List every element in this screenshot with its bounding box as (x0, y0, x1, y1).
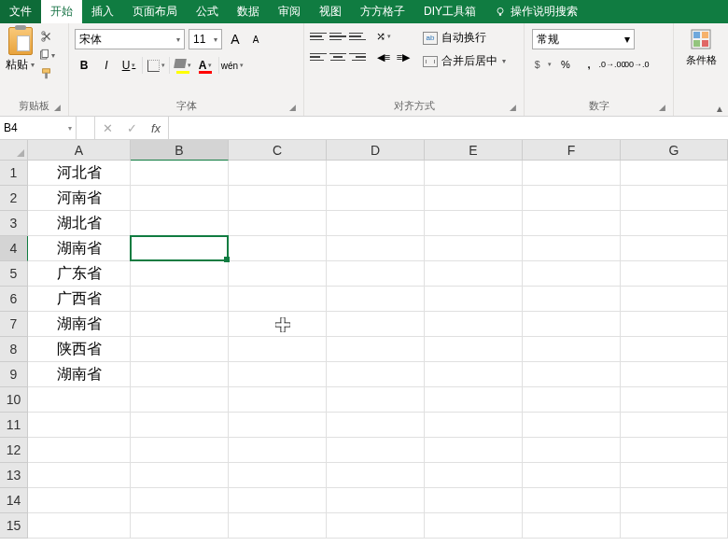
font-name-combo[interactable]: 宋体▾ (75, 29, 185, 49)
cell-C15[interactable] (229, 513, 327, 539)
formula-input[interactable] (169, 117, 728, 139)
row-header-7[interactable]: 7 (0, 312, 28, 337)
cell-D6[interactable] (327, 287, 425, 312)
wrap-text-button[interactable]: ab自动换行 (421, 29, 508, 47)
copy-button[interactable]: ▾ (38, 48, 55, 63)
select-all-corner[interactable] (0, 140, 28, 161)
cell-F7[interactable] (523, 312, 621, 337)
shrink-font-button[interactable]: A (246, 29, 265, 49)
row-header-13[interactable]: 13 (0, 463, 28, 488)
cancel-formula-button[interactable]: ✕ (95, 117, 119, 139)
tab-formulas[interactable]: 公式 (187, 0, 228, 23)
cell-D8[interactable] (327, 337, 425, 362)
cell-D13[interactable] (327, 463, 425, 488)
cell-A12[interactable] (28, 438, 131, 463)
cell-F11[interactable] (523, 413, 621, 438)
column-header-G[interactable]: G (621, 140, 728, 161)
align-launcher[interactable]: ◢ (507, 103, 518, 114)
number-format-combo[interactable]: 常规▾ (532, 29, 635, 49)
row-header-9[interactable]: 9 (0, 362, 28, 387)
cell-B2[interactable] (131, 186, 229, 211)
cell-C8[interactable] (229, 337, 327, 362)
cell-F10[interactable] (523, 387, 621, 413)
cell-B12[interactable] (131, 438, 229, 463)
enter-formula-button[interactable]: ✓ (119, 117, 144, 139)
cell-F13[interactable] (523, 463, 621, 488)
bold-button[interactable]: B (75, 55, 93, 76)
cell-D3[interactable] (327, 211, 425, 236)
tab-view[interactable]: 视图 (310, 0, 351, 23)
grow-font-button[interactable]: A (226, 29, 245, 49)
cell-E15[interactable] (425, 513, 523, 539)
cell-F1[interactable] (523, 161, 621, 186)
cell-B13[interactable] (131, 463, 229, 488)
tab-review[interactable]: 审阅 (269, 0, 310, 23)
cell-C10[interactable] (229, 387, 327, 413)
accounting-format-button[interactable]: $ (532, 55, 553, 74)
cell-A10[interactable] (28, 387, 131, 413)
cell-B4[interactable] (131, 236, 229, 261)
cell-G7[interactable] (621, 312, 728, 337)
cell-B5[interactable] (131, 261, 229, 287)
cell-G6[interactable] (621, 287, 728, 312)
row-header-3[interactable]: 3 (0, 211, 28, 236)
tab-layout[interactable]: 页面布局 (123, 0, 187, 23)
cell-G10[interactable] (621, 387, 728, 413)
tab-ffgz[interactable]: 方方格子 (351, 0, 414, 23)
cell-B7[interactable] (131, 312, 229, 337)
column-header-E[interactable]: E (425, 140, 523, 161)
insert-function-button[interactable]: fx (144, 117, 168, 139)
format-painter-button[interactable] (38, 66, 55, 81)
cell-B6[interactable] (131, 287, 229, 312)
decrease-indent-button[interactable]: ◀≡ (375, 49, 392, 64)
increase-decimal-button[interactable]: .0→.00 (602, 55, 623, 74)
fill-color-button[interactable] (174, 55, 192, 76)
cell-E13[interactable] (425, 463, 523, 488)
cell-A9[interactable]: 湖南省 (28, 362, 131, 387)
comma-button[interactable]: , (579, 55, 599, 74)
clipboard-launcher[interactable]: ◢ (51, 103, 63, 114)
cell-G5[interactable] (621, 261, 728, 287)
cell-A15[interactable] (28, 513, 131, 539)
font-launcher[interactable]: ◢ (287, 103, 298, 114)
cell-E6[interactable] (425, 287, 523, 312)
cell-G8[interactable] (621, 337, 728, 362)
column-header-C[interactable]: C (229, 140, 327, 161)
column-header-F[interactable]: F (523, 140, 621, 161)
cell-E4[interactable] (425, 236, 523, 261)
cell-G2[interactable] (621, 186, 728, 211)
cell-F12[interactable] (523, 438, 621, 463)
align-top-button[interactable] (310, 29, 327, 44)
paste-button[interactable]: 粘贴▾ (6, 57, 35, 73)
font-color-button[interactable]: A (196, 55, 215, 76)
column-header-D[interactable]: D (327, 140, 425, 161)
row-header-1[interactable]: 1 (0, 161, 28, 186)
align-middle-button[interactable] (329, 29, 346, 44)
cell-B10[interactable] (131, 387, 229, 413)
collapse-ribbon-button[interactable]: ▲ (715, 104, 724, 114)
cell-D9[interactable] (327, 362, 425, 387)
cell-A13[interactable] (28, 463, 131, 488)
cell-D14[interactable] (327, 488, 425, 513)
cell-D7[interactable] (327, 312, 425, 337)
cell-A2[interactable]: 河南省 (28, 186, 131, 211)
cell-F9[interactable] (523, 362, 621, 387)
cell-B14[interactable] (131, 488, 229, 513)
increase-indent-button[interactable]: ≡▶ (395, 49, 412, 64)
conditional-format-button[interactable]: 条件格 (678, 25, 724, 67)
row-header-6[interactable]: 6 (0, 287, 28, 312)
font-size-combo[interactable]: 11▾ (189, 29, 222, 49)
row-header-15[interactable]: 15 (0, 513, 28, 539)
cell-G15[interactable] (621, 513, 728, 539)
merge-center-button[interactable]: 合并后居中▾ (421, 52, 508, 70)
decrease-decimal-button[interactable]: .00→.0 (625, 55, 646, 74)
cell-C3[interactable] (229, 211, 327, 236)
cell-D12[interactable] (327, 438, 425, 463)
cell-E2[interactable] (425, 186, 523, 211)
cell-C6[interactable] (229, 287, 327, 312)
orientation-button[interactable]: ⤮ (375, 29, 392, 44)
cell-B1[interactable] (131, 161, 229, 186)
cell-E9[interactable] (425, 362, 523, 387)
cell-A11[interactable] (28, 413, 131, 438)
cell-D5[interactable] (327, 261, 425, 287)
